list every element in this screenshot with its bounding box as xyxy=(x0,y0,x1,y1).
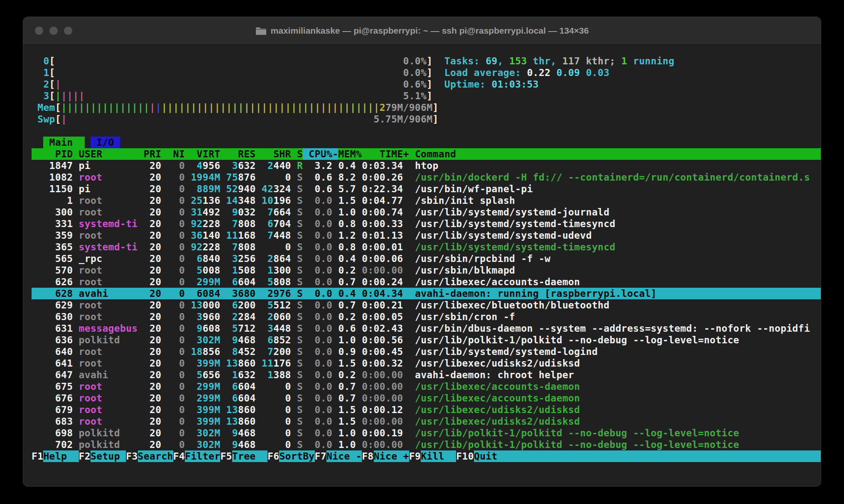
memory-value: 6 xyxy=(232,276,238,288)
text-segment xyxy=(67,113,373,125)
column-header-mem[interactable]: MEM% xyxy=(338,148,362,160)
memory-value: 440 xyxy=(273,160,291,171)
process-row-640[interactable]: 640 root 20 0 18856 8452 7200 S 0.0 0.9 … xyxy=(32,346,821,357)
process-row-626[interactable]: 626 root 20 0 299M 6604 5808 S 0.0 0.7 0… xyxy=(32,276,821,288)
fkey-sortby[interactable]: SortBy xyxy=(279,450,314,462)
process-row-630[interactable]: 630 root 20 0 3960 2284 2060 S 0.0 0.2 0… xyxy=(32,311,821,323)
pid-cell: 640 xyxy=(32,346,73,357)
text-segment xyxy=(515,311,821,323)
fkey-nice-[interactable]: Nice - xyxy=(326,450,362,462)
process-row-570[interactable]: 570 root 20 0 5008 1508 1300 S 0.0 0.2 0… xyxy=(32,264,821,276)
text-segment xyxy=(403,241,415,253)
column-header-pri[interactable]: PRI xyxy=(138,148,162,160)
text-segment xyxy=(515,195,821,206)
close-button[interactable] xyxy=(35,27,43,35)
command-cell: /usr/lib/polkit-1/polkitd --no-debug --l… xyxy=(415,334,739,346)
tab-io[interactable]: I/O xyxy=(91,137,120,148)
command-cell: /usr/libexec/udisks2/udisksd xyxy=(415,404,580,416)
text-segment xyxy=(185,323,196,334)
column-header-command[interactable]: Command xyxy=(415,148,456,160)
process-row-1082[interactable]: 1082 root 20 0 1994M 75876 0 S 0.6 8.2 0… xyxy=(32,171,821,183)
fkey-filter[interactable]: Filter xyxy=(185,450,220,462)
mem-percent-cell: 0.4 xyxy=(332,253,356,264)
memory-value: 196 xyxy=(273,195,291,206)
swap-meter-value: 5.75M/906M xyxy=(373,113,432,125)
process-row-1150[interactable]: 1150 pi 20 0 889M 52940 42324 S 0.6 5.7 … xyxy=(32,183,821,195)
state-cell: S xyxy=(297,253,303,264)
meter-open-bracket: [ xyxy=(49,78,55,90)
process-row-1[interactable]: 1 root 20 0 25136 14348 10196 S 0.0 1.5 … xyxy=(32,195,821,206)
column-header-time[interactable]: TIME+ xyxy=(362,148,409,160)
column-header-res[interactable]: RES xyxy=(220,148,255,160)
column-header-user[interactable]: USER xyxy=(79,148,138,160)
memory-value: 632 xyxy=(238,369,256,381)
meter-open-bracket: [ xyxy=(55,102,61,113)
column-header-cpu-sorted[interactable]: CPU%- xyxy=(303,148,338,160)
column-header-pid[interactable]: PID xyxy=(32,148,73,160)
process-row-683[interactable]: 683 root 20 0 399M 13860 0 S 0.0 1.5 0:0… xyxy=(32,416,821,427)
mem-percent-cell: 0.8 xyxy=(332,241,356,253)
process-row-331[interactable]: 331 systemd-ti 20 0 92228 7808 6704 S 0.… xyxy=(32,218,821,230)
process-row-565[interactable]: 565 _rpc 20 0 6840 3256 2864 S 0.0 0.4 0… xyxy=(32,253,821,264)
process-row-300[interactable]: 300 root 20 0 31492 9032 7664 S 0.0 1.0 … xyxy=(32,206,821,218)
process-row-365[interactable]: 365 systemd-ti 20 0 92228 7808 0 S 0.0 0… xyxy=(32,241,821,253)
process-row-675[interactable]: 675 root 20 0 299M 6604 0 S 0.0 0.7 0:00… xyxy=(32,381,821,392)
memory-value: 448 xyxy=(273,323,291,334)
process-row-702[interactable]: 702 polkitd 20 0 302M 9468 0 S 0.0 1.0 0… xyxy=(32,439,821,450)
pri-cell: 20 xyxy=(138,416,162,427)
pid-cell: 365 xyxy=(32,241,73,253)
cpu-percent-cell: 0.0 xyxy=(303,369,332,381)
fkey-help[interactable]: Help xyxy=(43,450,79,462)
column-header-ni[interactable]: NI xyxy=(161,148,185,160)
state-cell: S xyxy=(297,323,303,334)
text-segment xyxy=(580,416,821,427)
process-row-641[interactable]: 641 root 20 0 399M 13860 11176 S 0.0 1.5… xyxy=(32,357,821,369)
time-cell: 0:00.00 xyxy=(356,369,403,381)
process-row-647[interactable]: 647 avahi 20 0 5656 1632 1388 S 0.0 0.2 … xyxy=(32,369,821,381)
memory-value: 864 xyxy=(273,253,291,264)
text-segment xyxy=(185,381,196,392)
text-segment xyxy=(609,206,821,218)
process-row-1847[interactable]: 1847 pi 20 0 4956 3632 2440 R 3.2 0.4 0:… xyxy=(32,160,821,171)
memory-value: 11 xyxy=(226,230,238,241)
text-segment xyxy=(403,334,415,346)
text-segment xyxy=(256,160,267,171)
zoom-button[interactable] xyxy=(64,27,72,35)
memory-value: 0 xyxy=(285,439,291,450)
column-header-state[interactable]: S xyxy=(297,148,303,160)
process-row-679[interactable]: 679 root 20 0 399M 13860 0 S 0.0 1.5 0:0… xyxy=(32,404,821,416)
fkey-setup[interactable]: Setup xyxy=(91,450,126,462)
process-row-636[interactable]: 636 polkitd 20 0 302M 9468 6852 S 0.0 1.… xyxy=(32,334,821,346)
memory-value: 704 xyxy=(273,218,291,230)
column-header-virt[interactable]: VIRT xyxy=(185,148,220,160)
meter-bar: | xyxy=(73,90,79,102)
tab-main[interactable]: Main xyxy=(43,137,84,148)
fkey-quit[interactable]: Quit xyxy=(474,450,509,462)
memory-value: 856 xyxy=(203,346,221,357)
process-row-676[interactable]: 676 root 20 0 299M 6604 0 S 0.0 0.7 0:00… xyxy=(32,392,821,404)
column-header-shr[interactable]: SHR xyxy=(256,148,291,160)
text-segment xyxy=(73,206,79,218)
fkey-tree[interactable]: Tree xyxy=(232,450,267,462)
text-segment xyxy=(220,206,232,218)
process-row-629[interactable]: 629 root 20 0 13000 6200 5512 S 0.0 0.7 … xyxy=(32,299,821,311)
text-segment xyxy=(85,90,403,102)
memory-value: 92 xyxy=(191,241,202,253)
fkey-kill[interactable]: Kill xyxy=(421,450,456,462)
process-row-698[interactable]: 698 polkitd 20 0 302M 9468 0 S 0.0 1.0 0… xyxy=(32,427,821,439)
text-segment xyxy=(403,404,415,416)
text-segment xyxy=(220,183,226,195)
text-segment xyxy=(185,299,191,311)
minimize-button[interactable] xyxy=(49,27,58,35)
text-segment xyxy=(291,253,297,264)
memory-value: 452 xyxy=(238,346,256,357)
text-segment xyxy=(403,171,415,183)
fkey-nice-[interactable]: Nice + xyxy=(374,450,409,462)
process-row-631[interactable]: 631 messagebus 20 0 9608 5712 3448 S 0.0… xyxy=(32,323,821,334)
process-row-359[interactable]: 359 root 20 0 36140 11168 7448 S 0.0 1.2… xyxy=(32,230,821,241)
text-segment xyxy=(403,218,415,230)
fkey-search[interactable]: Search xyxy=(138,450,173,462)
process-row-628[interactable]: 628 avahi 20 0 6084 3680 2976 S 0.0 0.4 … xyxy=(32,288,821,299)
meter-bar: | xyxy=(67,90,73,102)
swap-meter: Swp[| 5.75M/906M] xyxy=(32,113,821,125)
